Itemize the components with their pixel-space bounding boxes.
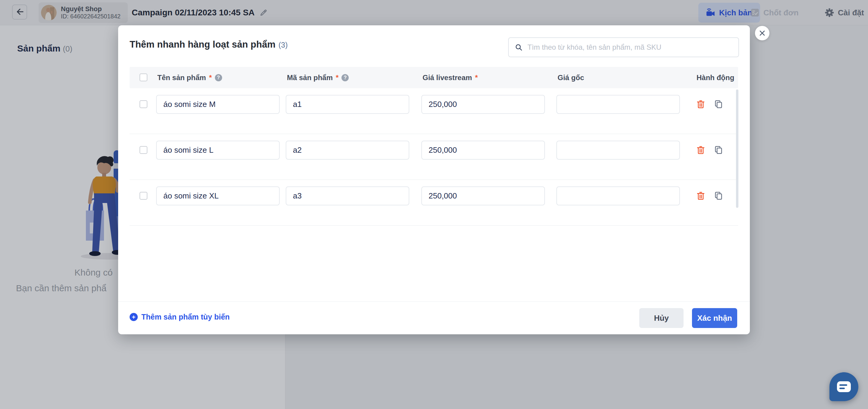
live-price-input[interactable] [421, 186, 545, 205]
chat-bubble-icon [837, 381, 851, 392]
modal-title: Thêm nhanh hàng loạt sản phẩm(3) [130, 39, 288, 50]
duplicate-row-button[interactable] [714, 145, 723, 155]
table-row [130, 134, 738, 180]
duplicate-row-button[interactable] [714, 191, 723, 200]
search-box [508, 37, 739, 57]
products-table: Tên sản phẩm * ? Mã sản phẩm * ? Giá liv… [130, 67, 738, 226]
live-price-input[interactable] [421, 141, 545, 160]
table-row [130, 180, 738, 226]
product-sku-input[interactable] [286, 186, 409, 205]
modal-title-label: Thêm nhanh hàng loạt sản phẩm [130, 39, 276, 50]
product-name-input[interactable] [156, 95, 280, 114]
column-label: Mã sản phẩm [287, 73, 333, 82]
required-asterisk: * [336, 73, 338, 82]
select-all-checkbox[interactable] [140, 73, 147, 81]
search-icon [515, 43, 523, 51]
required-asterisk: * [475, 73, 478, 82]
close-icon [758, 30, 766, 37]
modal-footer: + Thêm sản phẩm tùy biến Hủy Xác nhận [118, 302, 750, 334]
row-checkbox[interactable] [140, 100, 147, 108]
row-checkbox[interactable] [140, 192, 147, 200]
help-icon[interactable]: ? [215, 74, 222, 81]
product-name-input[interactable] [156, 141, 280, 160]
original-price-input[interactable] [556, 95, 680, 114]
add-custom-product-label: Thêm sản phẩm tùy biến [141, 313, 230, 321]
close-modal-button[interactable] [755, 26, 770, 40]
column-header-sku: Mã sản phẩm * ? [287, 67, 349, 88]
table-scrollbar[interactable] [736, 90, 738, 208]
search-input[interactable] [527, 43, 733, 52]
column-label: Hành động [696, 73, 734, 82]
delete-row-button[interactable] [696, 145, 705, 155]
live-price-input[interactable] [421, 95, 545, 114]
help-icon[interactable]: ? [341, 74, 349, 81]
original-price-input[interactable] [556, 141, 680, 160]
delete-row-button[interactable] [696, 100, 705, 109]
product-sku-input[interactable] [286, 95, 409, 114]
add-custom-product-button[interactable]: + Thêm sản phẩm tùy biến [130, 313, 230, 321]
required-asterisk: * [209, 73, 212, 82]
original-price-input[interactable] [556, 186, 680, 205]
column-label: Giá livestream [423, 73, 472, 82]
confirm-button[interactable]: Xác nhận [692, 308, 737, 328]
app-root: Nguyệt Shop ID: 646022642501842 Campaign… [0, 0, 868, 409]
modal-count: (3) [278, 41, 288, 49]
delete-row-button[interactable] [696, 191, 705, 200]
bulk-add-products-modal: Thêm nhanh hàng loạt sản phẩm(3) Tên sản… [118, 25, 750, 334]
duplicate-row-button[interactable] [714, 100, 723, 109]
column-header-actions: Hành động [696, 67, 734, 88]
product-name-input[interactable] [156, 186, 280, 205]
column-header-live-price: Giá livestream * [423, 67, 478, 88]
product-sku-input[interactable] [286, 141, 409, 160]
column-label: Giá gốc [558, 73, 584, 82]
cancel-button[interactable]: Hủy [639, 308, 684, 328]
plus-circle-icon: + [130, 313, 138, 321]
table-header-row: Tên sản phẩm * ? Mã sản phẩm * ? Giá liv… [130, 67, 738, 88]
chat-widget-button[interactable] [830, 372, 858, 401]
column-header-original-price: Giá gốc [558, 67, 584, 88]
column-label: Tên sản phẩm [157, 73, 206, 82]
column-header-name: Tên sản phẩm * ? [157, 67, 222, 88]
row-checkbox[interactable] [140, 146, 147, 154]
table-row [130, 88, 738, 134]
table-body [130, 88, 738, 226]
